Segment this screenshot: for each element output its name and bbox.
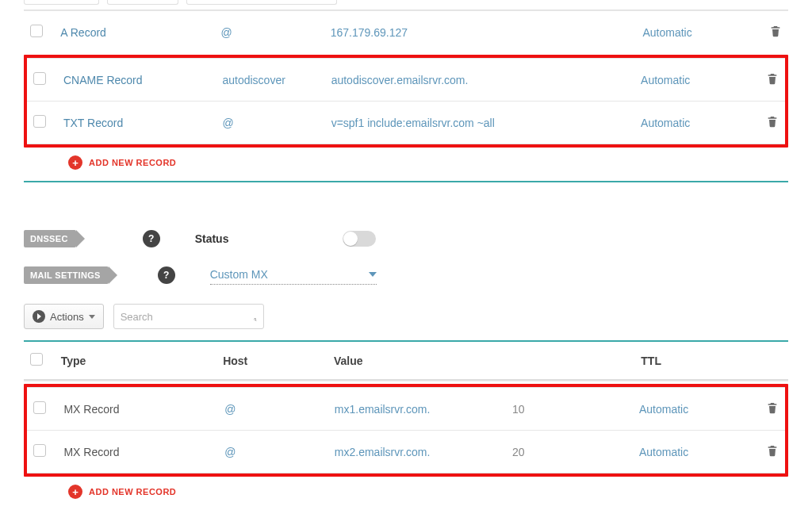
cell-value[interactable]: autodiscover.emailsrvr.com. bbox=[325, 59, 634, 102]
cell-type[interactable]: CNAME Record bbox=[57, 59, 216, 102]
section-divider bbox=[24, 181, 788, 182]
select-all-checkbox[interactable] bbox=[30, 353, 43, 366]
table-row: TXT Record @ v=spf1 include:emailsrvr.co… bbox=[27, 102, 785, 144]
cell-host[interactable]: @ bbox=[218, 388, 328, 431]
cell-type[interactable]: MX Record bbox=[57, 388, 218, 431]
cell-host[interactable]: autodiscover bbox=[216, 59, 324, 102]
cell-ttl[interactable]: Automatic bbox=[634, 59, 752, 102]
actions-label: Actions bbox=[50, 311, 84, 323]
search-icon[interactable] bbox=[254, 311, 257, 322]
table-row: CNAME Record autodiscover autodiscover.e… bbox=[27, 59, 785, 102]
table-row: A Record @ 167.179.69.127 Automatic bbox=[24, 11, 788, 54]
cell-ttl[interactable]: Automatic bbox=[633, 388, 751, 431]
col-header-type[interactable]: Type bbox=[55, 342, 216, 379]
col-header-value[interactable]: Value bbox=[327, 342, 507, 379]
add-new-record-label: ADD NEW RECORD bbox=[89, 158, 176, 167]
top-tool-remnants bbox=[24, 0, 788, 6]
chevron-down-icon bbox=[89, 315, 95, 319]
cell-type[interactable]: A Record bbox=[54, 11, 214, 54]
chevron-down-icon bbox=[369, 272, 377, 277]
trash-icon[interactable] bbox=[766, 71, 779, 86]
highlighted-mx-box: MX Record @ mx1.emailsrvr.com. 10 Automa… bbox=[24, 384, 788, 477]
header-shadow bbox=[24, 379, 788, 382]
mail-mx-selected: Custom MX bbox=[210, 268, 268, 281]
cell-ttl[interactable]: Automatic bbox=[634, 102, 752, 144]
toggle-knob bbox=[343, 232, 358, 246]
row-checkbox[interactable] bbox=[30, 25, 43, 37]
mx-records-table: Type Host Value TTL bbox=[24, 342, 788, 379]
trash-icon[interactable] bbox=[766, 443, 779, 458]
cell-value[interactable]: v=spf1 include:emailsrvr.com ~all bbox=[325, 102, 634, 144]
row-checkbox[interactable] bbox=[33, 72, 46, 85]
dnssec-row: DNSSEC ? Status bbox=[24, 230, 788, 247]
cell-value[interactable]: mx1.emailsrvr.com. bbox=[328, 388, 506, 431]
cell-ttl[interactable]: Automatic bbox=[636, 11, 754, 54]
trash-icon[interactable] bbox=[769, 24, 782, 38]
mail-settings-row: MAIL SETTINGS ? Custom MX bbox=[24, 265, 788, 285]
play-circle-icon bbox=[33, 310, 45, 323]
trash-icon[interactable] bbox=[766, 114, 779, 128]
cell-priority[interactable]: 10 bbox=[506, 388, 633, 431]
table-header-row: Type Host Value TTL bbox=[24, 342, 788, 379]
cell-priority[interactable]: 20 bbox=[506, 431, 633, 473]
search-input[interactable] bbox=[121, 305, 254, 328]
col-header-priority bbox=[507, 342, 634, 379]
plus-circle-icon: + bbox=[68, 485, 82, 499]
row-checkbox[interactable] bbox=[33, 444, 46, 457]
dns-records-table-1: A Record @ 167.179.69.127 Automatic bbox=[24, 10, 788, 53]
cell-value[interactable]: 167.179.69.127 bbox=[324, 11, 637, 54]
highlighted-records-box: CNAME Record autodiscover autodiscover.e… bbox=[24, 55, 788, 148]
add-new-record-label: ADD NEW RECORD bbox=[89, 487, 176, 496]
add-new-record[interactable]: + ADD NEW RECORD bbox=[24, 478, 788, 504]
cell-host[interactable]: @ bbox=[214, 11, 324, 54]
row-checkbox[interactable] bbox=[33, 401, 46, 414]
actions-button[interactable]: Actions bbox=[24, 304, 104, 329]
plus-circle-icon: + bbox=[68, 155, 82, 170]
mail-settings-tag: MAIL SETTINGS bbox=[24, 266, 109, 284]
trash-icon[interactable] bbox=[766, 401, 779, 415]
cell-host[interactable]: @ bbox=[216, 102, 324, 144]
cell-ttl[interactable]: Automatic bbox=[633, 431, 751, 473]
help-icon[interactable]: ? bbox=[143, 230, 160, 247]
table-row: MX Record @ mx1.emailsrvr.com. 10 Automa… bbox=[27, 388, 785, 431]
mx-toolbar: Actions bbox=[24, 304, 788, 329]
cell-host[interactable]: @ bbox=[218, 431, 328, 473]
col-header-ttl[interactable]: TTL bbox=[634, 342, 754, 379]
add-new-record[interactable]: + ADD NEW RECORD bbox=[24, 149, 788, 174]
mail-mx-select[interactable]: Custom MX bbox=[210, 265, 377, 285]
cell-value[interactable]: mx2.emailsrvr.com. bbox=[328, 431, 506, 473]
dnssec-tag: DNSSEC bbox=[24, 230, 76, 247]
row-checkbox[interactable] bbox=[33, 115, 46, 128]
cell-type[interactable]: TXT Record bbox=[57, 102, 216, 144]
cell-type[interactable]: MX Record bbox=[57, 431, 218, 473]
table-row: MX Record @ mx2.emailsrvr.com. 20 Automa… bbox=[27, 431, 785, 473]
dnssec-status-label: Status bbox=[195, 232, 229, 245]
mx-records-rows: MX Record @ mx1.emailsrvr.com. 10 Automa… bbox=[27, 387, 785, 473]
search-field-wrap bbox=[113, 304, 264, 329]
col-header-host[interactable]: Host bbox=[216, 342, 327, 379]
help-icon[interactable]: ? bbox=[158, 266, 175, 284]
dnssec-toggle[interactable] bbox=[343, 231, 376, 247]
dns-records-table-1-highlighted: CNAME Record autodiscover autodiscover.e… bbox=[27, 58, 785, 144]
